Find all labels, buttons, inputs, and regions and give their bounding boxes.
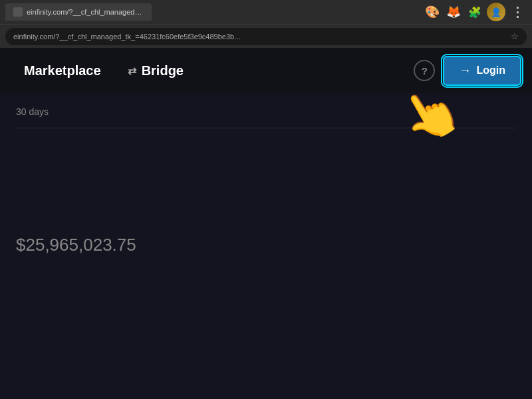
bridge-label: Bridge [142, 63, 184, 78]
extension-icon-2[interactable]: 🦊 [444, 3, 463, 21]
browser-controls: 🎨 🦊 🧩 👤 ⋮ [423, 3, 527, 21]
address-bar[interactable]: einfinity.com/?__cf_chl_managed_tk_=4623… [5, 28, 527, 45]
tab-url: einfinity.com/?__cf_chl_managed_tk_=4623… [27, 8, 144, 16]
main-area: 30 days $25,965,023.75 👆 [0, 93, 532, 399]
browser-menu-icon[interactable]: ⋮ [508, 3, 527, 21]
nav-marketplace[interactable]: Marketplace [11, 48, 114, 93]
nav-bridge[interactable]: ⇄ Bridge [114, 48, 197, 93]
login-label: Login [476, 65, 505, 76]
profile-avatar[interactable]: 👤 [487, 3, 505, 21]
browser-tab[interactable]: einfinity.com/?__cf_chl_managed_tk_=4623… [5, 3, 152, 21]
divider [16, 128, 516, 128]
days-label: 30 days [16, 106, 516, 117]
top-nav: Marketplace ⇄ Bridge ? → Login [0, 48, 532, 93]
marketplace-label: Marketplace [24, 63, 101, 78]
bookmark-icon[interactable]: ☆ [511, 31, 519, 41]
help-button[interactable]: ? [414, 60, 435, 81]
amount-value: $25,965,023.75 [16, 235, 516, 255]
extensions-icon[interactable]: 🧩 [466, 3, 484, 21]
login-button[interactable]: → Login [443, 56, 521, 86]
extension-icon-1[interactable]: 🎨 [423, 3, 442, 21]
login-arrow-icon: → [459, 64, 471, 78]
address-bar-row: einfinity.com/?__cf_chl_managed_tk_=4623… [0, 24, 532, 48]
page-content: Marketplace ⇄ Bridge ? → Login 30 days $… [0, 48, 532, 399]
shuffle-icon: ⇄ [128, 65, 136, 77]
help-label: ? [422, 65, 428, 76]
browser-chrome: einfinity.com/?__cf_chl_managed_tk_=4623… [0, 0, 532, 24]
address-url-text: einfinity.com/?__cf_chl_managed_tk_=4623… [13, 33, 240, 41]
tab-favicon [13, 7, 23, 17]
